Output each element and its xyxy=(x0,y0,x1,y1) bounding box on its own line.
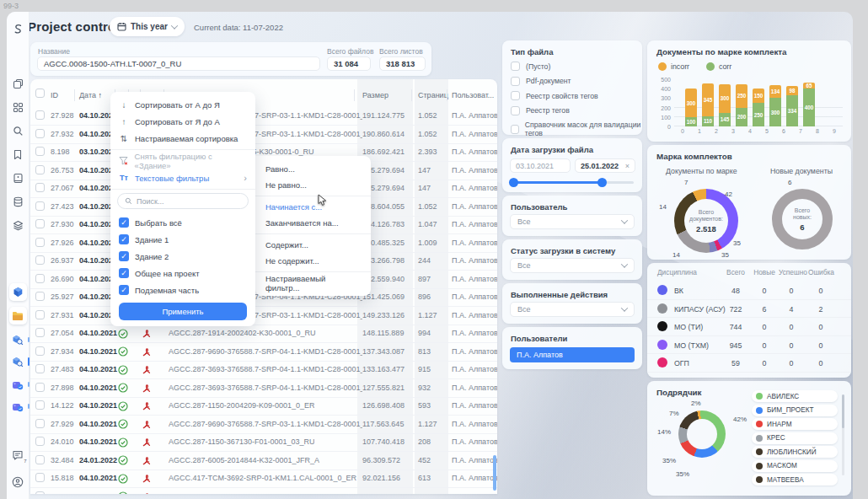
discipline-row[interactable]: ОГП59000 xyxy=(647,354,851,373)
menu-filter-option[interactable]: ✓Подземная часть xyxy=(110,282,255,298)
database-icon[interactable] xyxy=(11,195,25,209)
selected-user-chip[interactable]: П.А. Алпатов xyxy=(510,347,635,362)
submenu-item[interactable]: Не равно... xyxy=(255,177,371,193)
submenu-item[interactable]: Начинается с... xyxy=(255,199,371,215)
checked-checkbox[interactable]: ✓ xyxy=(119,268,129,278)
status-filter-select[interactable]: Все xyxy=(510,258,635,273)
date-to-input[interactable]: 25.01.2022× xyxy=(575,158,635,173)
user-filter-select[interactable]: Все xyxy=(510,214,635,229)
menu-sort-az[interactable]: ↓Сортировать от А до Я xyxy=(110,96,255,113)
table-row[interactable]: 27.05404.10.2021AGCC.287-1914-2002402-K3… xyxy=(30,325,497,343)
model-search-icon[interactable] xyxy=(11,333,25,347)
discipline-row[interactable]: ВК48000 xyxy=(647,282,851,300)
submenu-item[interactable]: Равно... xyxy=(255,161,371,177)
row-checkbox[interactable] xyxy=(35,491,45,495)
row-checkbox[interactable] xyxy=(35,419,45,428)
row-checkbox[interactable] xyxy=(35,383,45,392)
menu-filter-option[interactable]: ✓Общее на проект xyxy=(110,265,255,282)
table-row[interactable]: 27.92904.10.2021AGCC.287-9690-376588.7-S… xyxy=(30,416,497,434)
col-size[interactable]: Размер xyxy=(362,91,388,99)
model-search-alt-icon[interactable] xyxy=(11,355,25,369)
actions-filter-select[interactable]: Все xyxy=(510,302,635,317)
contractor-legend-item[interactable]: БИМ_ПРОЕКТ xyxy=(752,405,838,416)
row-checkbox[interactable] xyxy=(35,328,45,337)
unchecked-checkbox[interactable] xyxy=(511,125,519,134)
contractor-legend-item[interactable]: КРЕС xyxy=(752,432,838,444)
table-scrollbar-thumb[interactable] xyxy=(493,455,496,491)
row-checkbox[interactable] xyxy=(35,473,45,482)
clear-date-icon[interactable]: × xyxy=(625,162,630,170)
col-pages[interactable]: Страниц xyxy=(418,91,448,99)
contractor-legend-item[interactable]: АВИЛЕКС xyxy=(752,390,838,402)
table-row[interactable]: 27.02804.10.2021AGCC.287-9691-376588.7-S… xyxy=(30,488,497,495)
table-row[interactable]: 15.81804.10.2021AGCC.417-TCM-3692-SRP-01… xyxy=(30,469,497,488)
unchecked-checkbox[interactable] xyxy=(511,62,520,71)
table-row[interactable]: 27.93204.10.2021AGCC.287-9691-376588.7-S… xyxy=(30,126,497,144)
checked-checkbox[interactable]: ✓ xyxy=(119,234,129,244)
menu-sort-custom[interactable]: ⇅Настраиваемая сортировка xyxy=(110,130,255,147)
row-checkbox[interactable] xyxy=(35,183,45,192)
menu-filter-option[interactable]: ✓Выбрать всё xyxy=(110,214,255,231)
unchecked-checkbox[interactable] xyxy=(511,106,520,115)
name-search-input[interactable]: AGCC.0008-1500-ATH.LT-0007_0_RU xyxy=(37,56,320,71)
row-checkbox[interactable] xyxy=(35,147,45,156)
table-row[interactable]: 27.93404.10.2021AGCC.287-9690-376588.7-S… xyxy=(30,343,497,362)
row-checkbox[interactable] xyxy=(35,110,45,120)
contractor-legend-item[interactable]: МАСКОМ xyxy=(752,460,838,472)
apps-grid-icon[interactable] xyxy=(11,100,25,115)
date-range-slider[interactable] xyxy=(511,181,634,184)
submenu-item[interactable]: Не содержит... xyxy=(255,253,371,269)
row-checkbox[interactable] xyxy=(35,255,45,265)
layers-icon[interactable] xyxy=(11,218,25,233)
table-row[interactable]: 32.48424.01.2022AGCC.287-6005-2014844-K3… xyxy=(30,452,497,470)
discipline-row[interactable]: КИПАСУ (АСУ)722642 xyxy=(647,300,851,319)
row-checkbox[interactable] xyxy=(35,346,45,356)
slider-handle-to[interactable] xyxy=(597,178,607,187)
file-type-option[interactable]: Реестр тегов xyxy=(511,106,570,115)
row-checkbox[interactable] xyxy=(35,455,45,464)
submenu-item[interactable]: Настраиваемый фильтр... xyxy=(255,275,371,291)
slider-handle-from[interactable] xyxy=(509,178,518,187)
menu-text-filters[interactable]: TтТекстовые фильтры› xyxy=(110,169,255,186)
apply-button[interactable]: Применить xyxy=(119,303,247,320)
contractor-legend-item[interactable]: МАТВЕЕВА xyxy=(752,474,838,486)
row-checkbox[interactable] xyxy=(35,400,45,410)
feedback-icon[interactable]: 7 xyxy=(11,448,25,463)
date-from-input[interactable]: 03.10.2021 xyxy=(510,158,571,173)
profile-icon[interactable] xyxy=(11,475,25,489)
file-type-option[interactable]: (Пусто) xyxy=(511,62,550,71)
file-type-option[interactable]: Pdf-документ xyxy=(511,77,571,86)
table-row[interactable]: 14.12204.10.2021AGCC.287-1150-2004209-K0… xyxy=(30,397,497,416)
submenu-item[interactable]: Заканчивается на... xyxy=(255,215,371,231)
menu-filter-option[interactable]: ✓Здание 2 xyxy=(110,248,255,265)
period-filter[interactable]: This year xyxy=(110,17,185,36)
file-type-option[interactable]: Справочник масок для валидации тегов xyxy=(511,121,642,137)
app-logo-icon[interactable] xyxy=(11,22,25,36)
table-row[interactable]: 27.89804.10.2021AGCC.287-3693-376588.7-S… xyxy=(30,379,497,398)
copy-icon[interactable] xyxy=(11,77,25,91)
row-checkbox[interactable] xyxy=(35,364,45,373)
checked-checkbox[interactable]: ✓ xyxy=(119,217,129,228)
table-row[interactable]: 27.93104.10.2021AGCC.287-9690-376588.7-S… xyxy=(30,307,497,325)
row-checkbox[interactable] xyxy=(35,292,45,301)
discipline-row[interactable]: МО (ТИ)744000 xyxy=(647,318,851,336)
discipline-row[interactable]: МО (ТХМ)945000 xyxy=(647,336,851,355)
legend-scrollbar[interactable] xyxy=(842,394,844,475)
row-checkbox[interactable] xyxy=(35,437,45,446)
col-date[interactable]: Дата ↑ xyxy=(79,91,102,99)
model-verified-icon[interactable] xyxy=(11,378,25,392)
table-row[interactable]: 24.01004.10.2021AGCC.287-1150-367130-F01… xyxy=(30,433,497,452)
row-checkbox[interactable] xyxy=(35,129,45,138)
menu-clear-filter[interactable]: Снять фильтрацию с «Здание» xyxy=(110,153,255,169)
select-all-checkbox[interactable] xyxy=(35,89,45,98)
bookmark-icon[interactable] xyxy=(11,148,25,162)
contractor-legend-item[interactable]: ЛЮБЛИНСКИЙ xyxy=(752,446,838,458)
table-row[interactable]: 27.92804.10.2021AGCC.287-9691-376588.7-S… xyxy=(30,107,497,126)
model-cube-icon[interactable] xyxy=(9,283,27,301)
checked-checkbox[interactable]: ✓ xyxy=(119,285,129,295)
row-checkbox[interactable] xyxy=(35,165,45,174)
row-checkbox[interactable] xyxy=(35,310,45,319)
unchecked-checkbox[interactable] xyxy=(511,77,520,86)
folder-icon[interactable] xyxy=(9,307,27,325)
menu-filter-option[interactable]: ✓Здание 1 xyxy=(110,231,255,248)
